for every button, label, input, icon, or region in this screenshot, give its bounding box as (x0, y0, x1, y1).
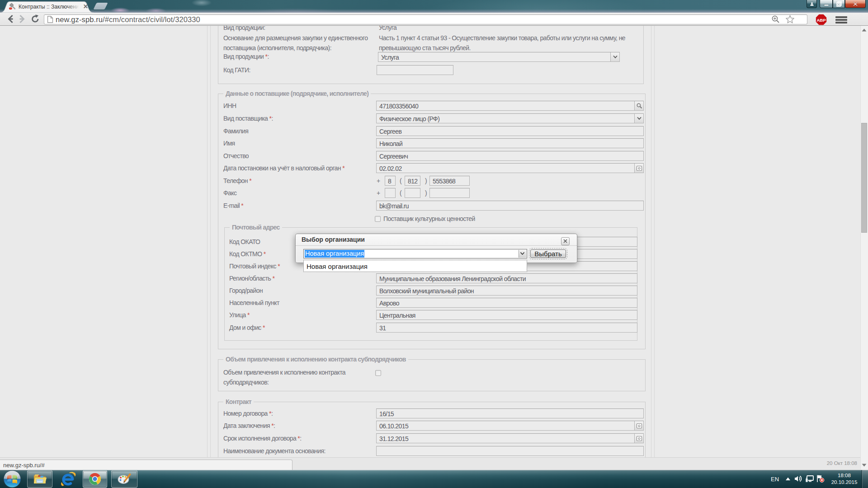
svg-text:ABP: ABP (816, 18, 826, 23)
